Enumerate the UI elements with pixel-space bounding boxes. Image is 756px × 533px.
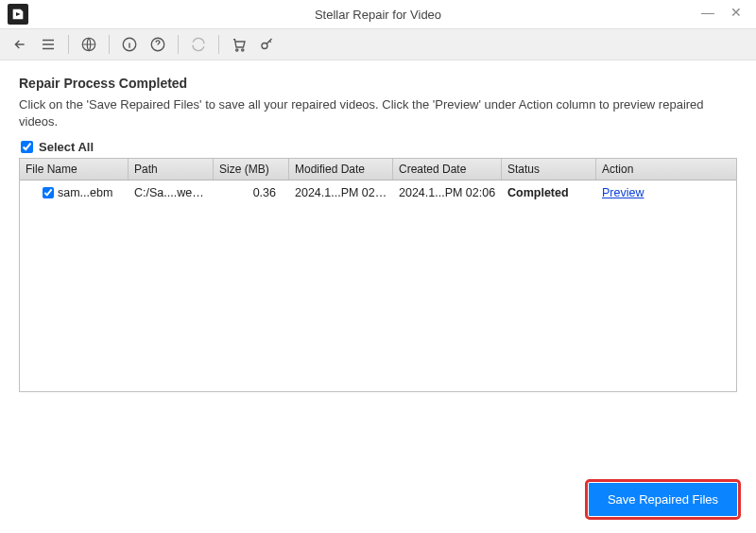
- page-heading: Repair Process Completed: [19, 76, 737, 91]
- title-bar: Stellar Repair for Video — ✕: [0, 0, 756, 28]
- header-created[interactable]: Created Date: [393, 159, 502, 180]
- header-modified[interactable]: Modified Date: [289, 159, 393, 180]
- window-controls: — ✕: [694, 0, 750, 25]
- select-all-row[interactable]: Select All: [19, 140, 737, 154]
- help-icon[interactable]: [147, 34, 168, 55]
- cell-size: 0.36: [214, 184, 289, 201]
- results-table: File Name Path Size (MB) Modified Date C…: [19, 158, 737, 392]
- cart-icon[interactable]: [229, 34, 249, 55]
- minimize-button[interactable]: —: [694, 0, 722, 25]
- header-status[interactable]: Status: [502, 159, 596, 180]
- cell-action: Preview: [596, 184, 736, 201]
- separator: [218, 35, 219, 54]
- toolbar: [0, 28, 756, 60]
- app-icon: [8, 4, 28, 25]
- refresh-icon[interactable]: [188, 34, 209, 55]
- main-content: Repair Process Completed Click on the 'S…: [0, 60, 756, 392]
- cell-file-name: sam...ebm: [20, 184, 129, 201]
- separator: [178, 35, 179, 54]
- file-name-text: sam...ebm: [58, 186, 112, 199]
- separator: [68, 35, 69, 54]
- cell-path: C:/Sa....webm: [129, 184, 214, 201]
- header-size[interactable]: Size (MB): [214, 159, 289, 180]
- cell-modified: 2024.1...PM 02:07: [289, 184, 393, 201]
- header-action[interactable]: Action: [596, 159, 736, 180]
- table-header: File Name Path Size (MB) Modified Date C…: [20, 159, 736, 181]
- page-subtext: Click on the 'Save Repaired Files' to sa…: [19, 96, 737, 130]
- info-icon[interactable]: [119, 34, 140, 55]
- select-all-label: Select All: [39, 140, 94, 154]
- header-file-name[interactable]: File Name: [20, 159, 129, 180]
- menu-icon[interactable]: [38, 34, 59, 55]
- svg-point-5: [262, 43, 267, 49]
- close-button[interactable]: ✕: [722, 0, 750, 25]
- select-all-checkbox[interactable]: [21, 141, 33, 153]
- table-row[interactable]: sam...ebm C:/Sa....webm 0.36 2024.1...PM…: [20, 181, 736, 205]
- cell-created: 2024.1...PM 02:06: [393, 184, 502, 201]
- svg-point-3: [236, 49, 238, 51]
- footer-actions: Save Repaired Files: [589, 483, 737, 516]
- preview-link[interactable]: Preview: [602, 186, 644, 199]
- save-repaired-button[interactable]: Save Repaired Files: [589, 483, 737, 516]
- separator: [109, 35, 110, 54]
- header-path[interactable]: Path: [129, 159, 214, 180]
- window-title: Stellar Repair for Video: [315, 8, 441, 22]
- row-checkbox[interactable]: [43, 187, 54, 198]
- svg-point-4: [242, 49, 244, 51]
- key-icon[interactable]: [257, 34, 278, 55]
- back-icon[interactable]: [9, 34, 30, 55]
- cell-status: Completed: [502, 184, 596, 201]
- globe-icon[interactable]: [78, 34, 99, 55]
